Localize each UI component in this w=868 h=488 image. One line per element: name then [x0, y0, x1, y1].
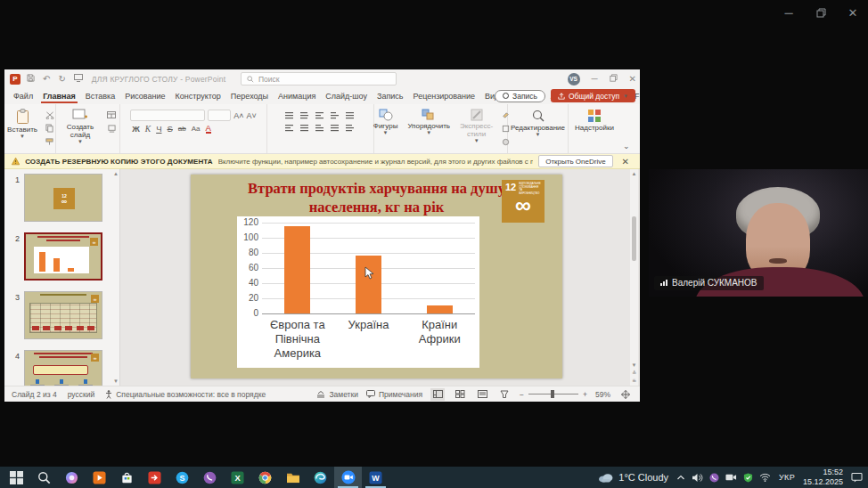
shapes-button[interactable]: Фигуры▼: [370, 107, 402, 136]
normal-view-button[interactable]: [430, 388, 445, 401]
red-arrow-app-icon[interactable]: [141, 467, 168, 488]
ppt-restore-icon[interactable]: [610, 74, 618, 84]
language-switcher[interactable]: УКР: [779, 473, 795, 482]
viber-tray-icon[interactable]: [709, 473, 719, 483]
store-icon[interactable]: [113, 467, 141, 488]
restore-icon[interactable]: [813, 5, 829, 20]
camera-tray-icon[interactable]: [725, 473, 737, 482]
webcam-video[interactable]: Валерій СУКМАНОВ: [649, 169, 868, 297]
shrink-font-icon[interactable]: A˅: [247, 110, 257, 121]
scrollbar-thumb[interactable]: [632, 216, 636, 261]
align-center-icon[interactable]: [299, 122, 312, 134]
ppt-minimize-icon[interactable]: ─: [592, 74, 598, 84]
indent-increase-icon[interactable]: [329, 110, 342, 121]
paste-button[interactable]: Вставить▼: [4, 107, 41, 140]
tab-рецензирование[interactable]: Рецензирование: [412, 90, 478, 103]
justify-icon[interactable]: [329, 122, 342, 134]
align-right-icon[interactable]: [314, 122, 327, 134]
thumbnail-scrollbar[interactable]: ▲▼: [112, 169, 119, 386]
fit-slide-button[interactable]: [618, 388, 633, 401]
italic-button[interactable]: К: [145, 125, 151, 134]
bar-3[interactable]: [427, 305, 453, 313]
quick-styles-button[interactable]: Экспресс-стили▼: [456, 107, 496, 144]
excel-icon[interactable]: X: [224, 467, 251, 488]
close-icon[interactable]: ✕: [845, 5, 861, 20]
zoom-slider[interactable]: − +: [520, 390, 587, 399]
editing-button[interactable]: Редактирование▼: [507, 107, 569, 138]
underline-button[interactable]: Ч: [156, 124, 161, 134]
zoom-thumb[interactable]: [551, 390, 554, 398]
reset-icon[interactable]: [105, 123, 118, 134]
notification-close-icon[interactable]: ✕: [618, 157, 633, 167]
word-icon[interactable]: W: [362, 467, 389, 488]
slide-canvas[interactable]: Втрати продуктів харчування на душу насе…: [191, 175, 562, 378]
tray-expand-icon[interactable]: [676, 474, 685, 481]
addins-button[interactable]: Надстройки: [571, 107, 618, 134]
share-button[interactable]: Общий доступ ▼: [551, 89, 635, 102]
bold-button[interactable]: Ж: [132, 124, 140, 134]
media-player-icon[interactable]: [86, 467, 113, 488]
slide-thumbnail-2[interactable]: ∞: [24, 232, 102, 281]
tab-вставка[interactable]: Вставка: [84, 90, 117, 103]
new-slide-button[interactable]: Создать слайд▼: [58, 107, 102, 145]
zoom-level[interactable]: 59%: [595, 390, 610, 399]
scroll-down-icon[interactable]: ▼: [632, 362, 637, 368]
zoom-icon[interactable]: [334, 467, 362, 488]
indent-decrease-icon[interactable]: [314, 110, 327, 121]
file-explorer-icon[interactable]: [279, 467, 307, 488]
slide-thumbnail-3[interactable]: ∞: [24, 291, 102, 339]
chrome-icon[interactable]: [251, 467, 279, 488]
format-painter-icon[interactable]: [44, 136, 56, 147]
language-indicator[interactable]: русский: [68, 390, 95, 399]
weather-widget[interactable]: 1°C Cloudy: [598, 472, 668, 483]
notes-button[interactable]: Заметки: [316, 390, 358, 399]
slide-thumbnail-1[interactable]: 12∞: [24, 174, 102, 222]
save-icon[interactable]: [27, 74, 35, 84]
bar-chart[interactable]: 120100806040200Європа та Північна Америк…: [237, 216, 479, 368]
user-avatar[interactable]: VS: [568, 73, 580, 85]
scroll-up-icon[interactable]: ▲: [632, 171, 637, 176]
bar-1[interactable]: [284, 226, 310, 313]
char-spacing-button[interactable]: ab: [178, 125, 186, 133]
next-slide-icon[interactable]: ≝: [632, 378, 636, 384]
tab-анимация[interactable]: Анимация: [276, 90, 317, 103]
comments-button[interactable]: Примечания: [366, 390, 422, 399]
layout-icon[interactable]: [105, 110, 118, 120]
strikethrough-button[interactable]: S: [167, 124, 172, 134]
skype-icon[interactable]: S: [168, 467, 196, 488]
search-box[interactable]: Поиск: [241, 72, 397, 85]
slide-sorter-view-button[interactable]: [453, 388, 467, 401]
slideshow-view-button[interactable]: [497, 388, 512, 401]
open-onedrive-button[interactable]: Открыть OneDrive: [538, 155, 612, 167]
redo-icon[interactable]: ↻: [58, 74, 65, 84]
edge-icon[interactable]: [307, 467, 334, 488]
start-icon[interactable]: [3, 467, 30, 488]
tab-переходы[interactable]: Переходы: [229, 90, 270, 103]
font-size-dropdown[interactable]: [208, 110, 231, 121]
font-name-dropdown[interactable]: [130, 110, 205, 121]
slide-thumbnail-4[interactable]: ∞: [24, 350, 102, 386]
tab-конструктор[interactable]: Конструктор: [174, 90, 223, 103]
cut-icon[interactable]: [44, 110, 56, 120]
line-spacing-icon[interactable]: [344, 110, 357, 121]
vertical-scrollbar[interactable]: ▲ ▼ ≜ ≝: [630, 169, 638, 386]
tab-файл[interactable]: Файл: [12, 90, 35, 103]
slide-counter[interactable]: Слайд 2 из 4: [12, 390, 57, 399]
ppt-close-icon[interactable]: ✕: [629, 74, 636, 84]
font-color-button[interactable]: A: [206, 124, 211, 134]
wifi-icon[interactable]: [759, 473, 771, 482]
bullets-icon[interactable]: [283, 110, 297, 121]
action-center-icon[interactable]: [851, 472, 863, 483]
bar-2[interactable]: [356, 256, 381, 313]
taskbar-clock[interactable]: 15:52 15.12.2025: [803, 468, 843, 488]
viber-icon[interactable]: [196, 467, 224, 488]
antivirus-tray-icon[interactable]: [743, 473, 753, 483]
change-case-button[interactable]: Aa: [192, 125, 201, 133]
undo-icon[interactable]: ↶: [43, 74, 50, 84]
grow-font-icon[interactable]: A˄: [233, 110, 243, 121]
zoom-out-icon[interactable]: −: [520, 390, 524, 399]
reading-view-button[interactable]: [475, 388, 489, 401]
record-button[interactable]: Запись: [495, 90, 545, 102]
accessibility-status[interactable]: Специальные возможности: все в порядке: [105, 390, 266, 399]
zoom-in-icon[interactable]: +: [583, 390, 587, 399]
